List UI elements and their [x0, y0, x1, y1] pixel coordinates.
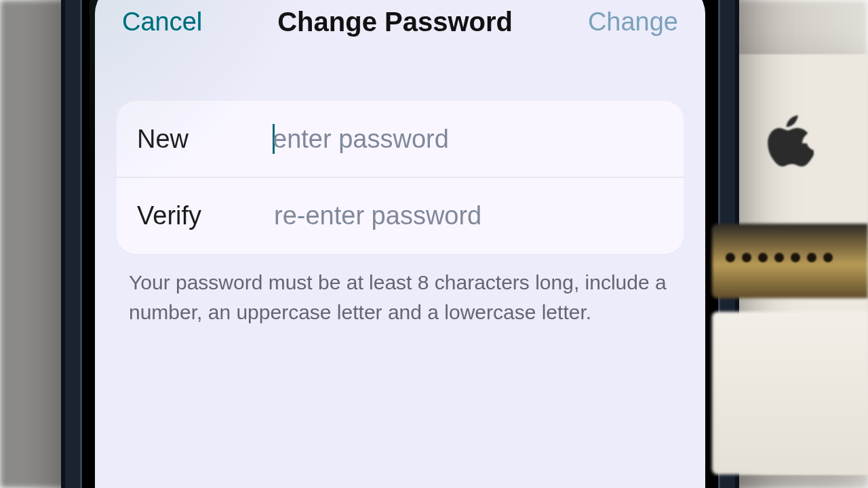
new-password-label: New	[137, 125, 259, 154]
new-password-input[interactable]: enter password	[273, 124, 663, 154]
phone-screen: 10:49 Cancel Change Password Change New	[90, 0, 711, 488]
new-password-placeholder: enter password	[273, 125, 449, 154]
verify-password-input[interactable]	[273, 201, 663, 231]
password-form-group: New enter password Verify	[117, 101, 684, 254]
phone-bezel: 10:49 Cancel Change Password Change New	[80, 0, 720, 488]
apple-logo-icon	[766, 115, 814, 169]
phone-frame: 10:49 Cancel Change Password Change New	[61, 0, 739, 488]
modal-sheet: Cancel Change Password Change New enter …	[95, 0, 705, 488]
change-button[interactable]: Change	[588, 7, 678, 37]
nav-bar: Cancel Change Password Change	[95, 0, 705, 54]
page-title: Change Password	[277, 7, 513, 37]
cancel-button[interactable]: Cancel	[122, 7, 202, 37]
verify-password-label: Verify	[137, 201, 259, 230]
new-password-row[interactable]: New enter password	[117, 101, 684, 177]
verify-password-row[interactable]: Verify	[117, 177, 684, 254]
background-device-body	[712, 312, 868, 474]
password-requirements-hint: Your password must be at least 8 charact…	[129, 268, 671, 327]
speaker-grille-icon	[726, 244, 848, 271]
